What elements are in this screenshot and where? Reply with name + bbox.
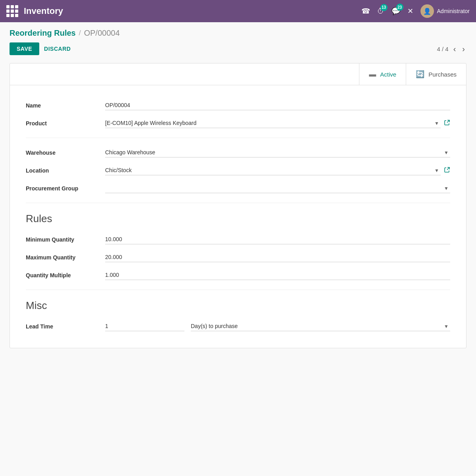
name-label: Name xyxy=(26,102,105,109)
next-button[interactable]: › xyxy=(461,44,466,54)
prev-button[interactable]: ‹ xyxy=(452,44,458,54)
warehouse-field-row: Warehouse Chicago Warehouse ▼ xyxy=(26,144,450,161)
activity-badge: 13 xyxy=(380,4,388,11)
max-qty-input[interactable] xyxy=(105,252,450,262)
location-field-row: Location Chic/Stock ▼ xyxy=(26,162,450,178)
close-icon[interactable]: ✕ xyxy=(407,7,413,15)
lead-time-field-row: Lead Time Day(s) to purchaseWeek(s) to p… xyxy=(26,318,450,334)
misc-section-title: Misc xyxy=(26,299,450,312)
form-card: ▬ Active 🔄 Purchases Name Product [E-COM… xyxy=(10,63,466,348)
product-field-wrapper: [E-COM10] Apple Wireless Keyboard ▼ xyxy=(105,118,450,128)
warehouse-select[interactable]: Chicago Warehouse xyxy=(105,148,450,157)
user-name: Administrator xyxy=(437,8,470,14)
active-label: Active xyxy=(380,71,396,78)
breadcrumb-parent[interactable]: Reordering Rules xyxy=(10,29,76,38)
divider-3 xyxy=(26,290,450,290)
messages-badge: 23 xyxy=(396,4,403,11)
breadcrumb-current: OP/00004 xyxy=(84,29,120,38)
warehouse-select-wrapper: Chicago Warehouse ▼ xyxy=(105,148,450,157)
pagination: 4 / 4 ‹ › xyxy=(437,44,466,54)
name-field-row: Name xyxy=(26,97,450,113)
name-input[interactable] xyxy=(105,100,450,110)
purchases-icon: 🔄 xyxy=(416,70,424,79)
min-qty-label: Minimum Quantity xyxy=(26,236,105,243)
breadcrumb: Reordering Rules / OP/00004 xyxy=(10,29,466,38)
messages-icon[interactable]: 💬 23 xyxy=(392,7,400,15)
navbar: Inventory ☎ ⏱ 13 💬 23 ✕ 👤 Administrator xyxy=(0,0,476,22)
procurement-group-field-row: Procurement Group ▼ xyxy=(26,180,450,196)
lead-time-unit-wrapper: Day(s) to purchaseWeek(s) to purchaseMon… xyxy=(191,321,450,331)
form-body: Name Product [E-COM10] Apple Wireless Ke… xyxy=(10,85,466,348)
save-button[interactable]: SAVE xyxy=(10,42,39,55)
lead-time-input[interactable] xyxy=(105,321,184,331)
user-menu[interactable]: 👤 Administrator xyxy=(420,4,470,18)
active-status-button[interactable]: ▬ Active xyxy=(359,63,406,85)
breadcrumb-separator: / xyxy=(79,29,81,37)
location-select[interactable]: Chic/Stock xyxy=(105,165,441,175)
min-qty-input[interactable] xyxy=(105,234,450,244)
location-select-wrapper: Chic/Stock ▼ xyxy=(105,165,441,175)
location-label: Location xyxy=(26,167,105,174)
main-content: Reordering Rules / OP/00004 SAVE DISCARD… xyxy=(0,22,476,476)
rules-section-title: Rules xyxy=(26,213,450,225)
user-avatar: 👤 xyxy=(420,4,434,18)
max-qty-field-row: Maximum Quantity xyxy=(26,249,450,265)
activity-icon[interactable]: ⏱ 13 xyxy=(377,7,384,15)
location-external-link[interactable] xyxy=(444,167,450,175)
divider-1 xyxy=(26,138,450,138)
pagination-text: 4 / 4 xyxy=(437,46,448,52)
product-field-row: Product [E-COM10] Apple Wireless Keyboar… xyxy=(26,115,450,131)
qty-multiple-label: Quantity Multiple xyxy=(26,272,105,278)
purchases-status-button[interactable]: 🔄 Purchases xyxy=(406,63,466,85)
product-external-link[interactable] xyxy=(444,119,450,127)
max-qty-label: Maximum Quantity xyxy=(26,254,105,261)
phone-icon[interactable]: ☎ xyxy=(361,7,370,15)
qty-multiple-input[interactable] xyxy=(105,270,450,280)
lead-time-unit-select[interactable]: Day(s) to purchaseWeek(s) to purchaseMon… xyxy=(191,321,450,331)
app-title: Inventory xyxy=(24,6,361,16)
product-select[interactable]: [E-COM10] Apple Wireless Keyboard xyxy=(105,118,441,128)
lead-time-label: Lead Time xyxy=(26,323,105,330)
navbar-actions: ☎ ⏱ 13 💬 23 ✕ 👤 Administrator xyxy=(361,4,470,18)
procurement-group-select[interactable] xyxy=(105,183,450,193)
product-label: Product xyxy=(26,120,105,127)
discard-button[interactable]: DISCARD xyxy=(44,46,71,52)
active-icon: ▬ xyxy=(369,70,376,79)
divider-2 xyxy=(26,203,450,203)
purchases-label: Purchases xyxy=(428,71,457,78)
product-select-wrapper: [E-COM10] Apple Wireless Keyboard ▼ xyxy=(105,118,441,128)
procurement-group-select-wrapper: ▼ xyxy=(105,183,450,193)
min-qty-field-row: Minimum Quantity xyxy=(26,231,450,248)
grid-icon[interactable] xyxy=(6,5,18,17)
qty-multiple-field-row: Quantity Multiple xyxy=(26,267,450,283)
warehouse-label: Warehouse xyxy=(26,150,105,156)
toolbar: SAVE DISCARD 4 / 4 ‹ › xyxy=(10,42,466,55)
location-field-wrapper: Chic/Stock ▼ xyxy=(105,165,450,175)
status-bar: ▬ Active 🔄 Purchases xyxy=(10,63,466,85)
procurement-group-label: Procurement Group xyxy=(26,185,105,192)
status-bar-left xyxy=(10,63,359,85)
